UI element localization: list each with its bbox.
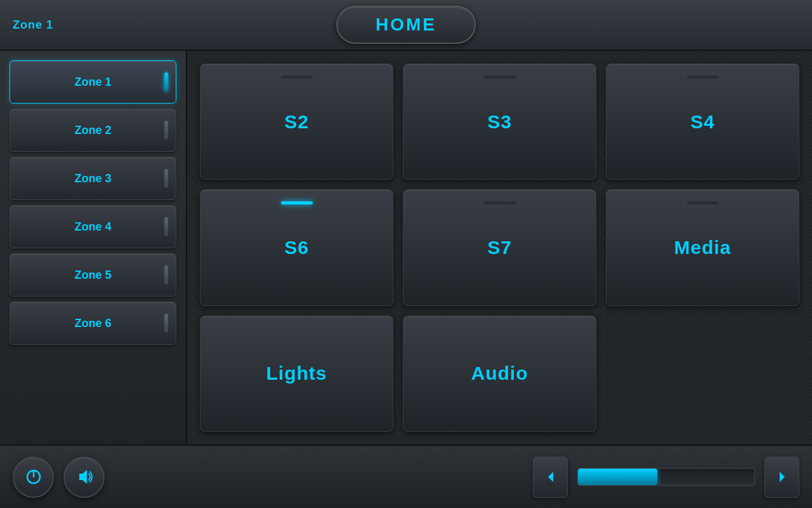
volume-button[interactable]: [63, 457, 105, 498]
progress-track[interactable]: [577, 468, 755, 486]
home-button[interactable]: HOME: [336, 6, 476, 44]
media-label: Media: [674, 237, 731, 258]
grid-button-audio[interactable]: Audio: [403, 316, 596, 432]
grid-button-s2[interactable]: S2: [200, 64, 393, 180]
content-area: S2 S3 S4 S6 S7: [187, 51, 812, 444]
zone4-label: Zone 4: [74, 220, 111, 234]
button-grid: S2 S3 S4 S6 S7: [200, 64, 799, 432]
s7-label: S7: [487, 237, 512, 258]
grid-button-media[interactable]: Media: [606, 189, 799, 305]
sidebar-item-zone2[interactable]: Zone 2: [10, 109, 176, 152]
zone2-label: Zone 2: [74, 124, 111, 137]
grid-button-s6[interactable]: S6: [200, 189, 393, 305]
sidebar-item-zone4[interactable]: Zone 4: [10, 205, 176, 248]
zone6-indicator: [164, 314, 168, 333]
grid-button-lights[interactable]: Lights: [200, 316, 393, 432]
grid-button-s4[interactable]: S4: [606, 64, 799, 180]
zone2-indicator: [164, 121, 168, 140]
power-button[interactable]: [13, 457, 54, 498]
main-area: Zone 1 Zone 2 Zone 3 Zone 4 Zone 5 Zone: [0, 51, 812, 444]
zone6-label: Zone 6: [74, 317, 111, 330]
svg-marker-2: [79, 470, 87, 484]
s4-label: S4: [690, 111, 715, 133]
s6-label: S6: [284, 237, 309, 258]
s3-label: S3: [487, 111, 512, 133]
zone1-indicator: [164, 72, 168, 91]
zone-label: Zone 1: [13, 18, 53, 32]
grid-button-s7[interactable]: S7: [403, 189, 596, 305]
s4-indicator: [687, 76, 719, 79]
svg-marker-4: [780, 472, 785, 482]
top-bar: Zone 1 HOME: [0, 0, 812, 51]
zone5-label: Zone 5: [74, 269, 111, 282]
s3-indicator: [484, 76, 516, 79]
zone1-label: Zone 1: [74, 76, 111, 89]
s2-label: S2: [284, 111, 309, 133]
sidebar-item-zone1[interactable]: Zone 1: [10, 60, 176, 104]
nav-right-button[interactable]: [764, 457, 799, 498]
audio-label: Audio: [471, 363, 528, 384]
nav-left-button[interactable]: [533, 457, 568, 498]
zone3-indicator: [164, 169, 168, 188]
svg-marker-3: [548, 472, 553, 482]
media-indicator: [687, 201, 719, 204]
progress-fill: [578, 469, 657, 485]
bottom-bar: [0, 444, 812, 508]
app-container: Zone 1 HOME Zone 1 Zone 2 Zone 3 Zone 4: [0, 0, 812, 508]
zone3-label: Zone 3: [74, 172, 111, 185]
sidebar: Zone 1 Zone 2 Zone 3 Zone 4 Zone 5 Zone: [0, 51, 187, 444]
s6-indicator: [281, 201, 313, 204]
lights-label: Lights: [266, 363, 327, 384]
zone5-indicator: [164, 265, 168, 284]
sidebar-item-zone6[interactable]: Zone 6: [10, 302, 176, 345]
sidebar-item-zone5[interactable]: Zone 5: [10, 253, 176, 297]
s2-indicator: [281, 76, 313, 79]
zone4-indicator: [164, 217, 168, 236]
grid-button-s3[interactable]: S3: [403, 64, 596, 180]
sidebar-item-zone3[interactable]: Zone 3: [10, 157, 176, 200]
s7-indicator: [484, 201, 516, 204]
